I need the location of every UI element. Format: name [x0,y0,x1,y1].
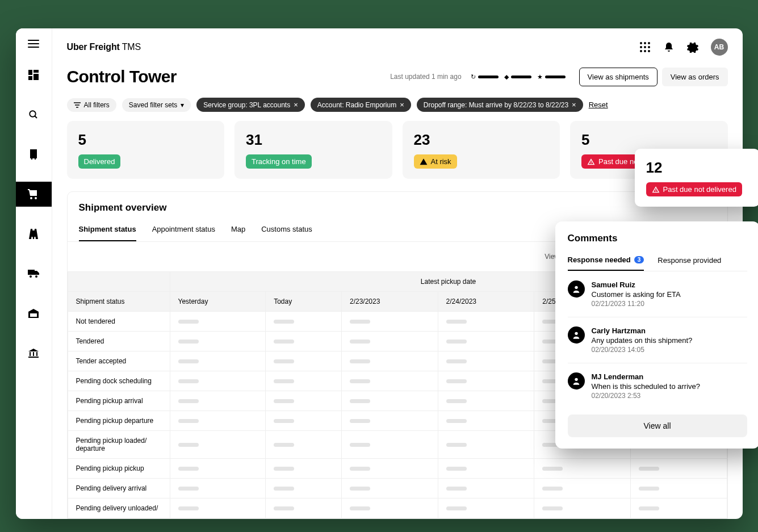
svg-point-21 [640,46,642,48]
comment-date: 02/20/2023 2:53 [592,392,700,400]
road-icon[interactable] [16,221,52,246]
avatar[interactable]: AB [711,39,728,56]
svg-rect-17 [28,357,39,358]
view-all-button[interactable]: View all [568,414,747,437]
svg-point-13 [35,275,37,278]
svg-point-25 [644,50,646,52]
stat-value: 5 [78,131,213,149]
cart-icon[interactable] [16,182,52,207]
comment-author: Carly Hartzman [592,326,693,335]
comments-title: Comments [568,233,747,244]
filter-chip[interactable]: Dropoff range: Must arrive by 8/22/23 to… [417,98,583,112]
close-icon[interactable]: × [294,100,298,109]
filter-chip[interactable]: Account: Radio Emporium× [311,98,411,112]
tab-appointment-status[interactable]: Appointment status [152,218,215,241]
comment-item[interactable]: Samuel Ruiz Customer is asking for ETA 0… [568,271,747,317]
stat-card[interactable]: 31 Tracking on time [234,121,392,179]
sidebar [16,28,52,519]
table-row-status: Not tendered [68,312,170,332]
filter-chip[interactable]: Service group: 3PL accounts× [196,98,305,112]
table-row-status: Pending pickup arrival [68,391,170,411]
comment-date: 02/21/2023 11:20 [592,300,681,308]
person-icon [568,372,585,389]
svg-point-20 [648,42,650,44]
stat-value: 12 [646,159,748,177]
tab-response-provided[interactable]: Response provided [658,250,721,271]
svg-rect-11 [28,270,35,275]
table-row-status: Pending pickup loaded/ departure [68,431,170,459]
status-badge: At risk [414,154,457,169]
saved-filter-sets-chip[interactable]: Saved filter sets▾ [122,98,191,112]
warehouse-icon[interactable] [16,301,52,326]
table-row-status: Pending pickup pickup [68,459,170,479]
page-title: Control Tower [67,67,177,86]
svg-point-4 [30,111,36,117]
close-icon[interactable]: × [400,100,404,109]
apps-icon[interactable] [639,41,651,53]
status-badge: Tracking on time [246,154,312,169]
menu-icon[interactable] [28,40,39,48]
table-row-status: Pending delivery unloaded/ [68,499,170,518]
stat-value: 23 [414,131,549,149]
svg-point-23 [648,46,650,48]
table-row-status: Tendered [68,332,170,351]
svg-rect-7 [31,158,32,160]
view-as-shipments-button[interactable]: View as shipments [579,68,658,86]
svg-point-30 [575,286,577,289]
svg-rect-2 [33,74,39,80]
table-row-status: Tender accepted [68,351,170,371]
svg-point-24 [640,50,642,52]
bank-icon[interactable] [16,341,52,366]
svg-point-26 [648,50,650,52]
svg-point-31 [575,332,577,335]
tab-shipment-status[interactable]: Shipment status [79,218,136,241]
svg-rect-1 [33,70,39,73]
close-icon[interactable]: × [572,100,576,109]
comment-date: 02/20/2023 14:05 [592,346,693,354]
svg-rect-14 [30,352,31,356]
comments-panel: Comments Response needed 3 Response prov… [555,221,759,449]
dashboard-icon[interactable] [16,62,52,87]
comment-text: Customer is asking for ETA [592,290,681,299]
svg-point-18 [640,42,642,44]
svg-rect-0 [28,70,32,75]
view-as-orders-button[interactable]: View as orders [662,68,728,86]
gear-icon[interactable] [687,41,698,53]
mini-stats: ↻ ◆ ★ [471,73,566,81]
tab-customs-status[interactable]: Customs status [261,218,312,241]
search-icon[interactable] [16,102,52,127]
comment-author: Samuel Ruiz [592,280,681,289]
svg-point-32 [575,378,577,381]
tab-response-needed[interactable]: Response needed 3 [568,250,644,271]
person-icon [568,280,585,298]
stat-card-floating[interactable]: 12 Past due not delivered [635,149,759,207]
svg-point-22 [644,46,646,48]
status-badge: Past due not delivered [646,182,742,196]
table-row-status: Pending delivery arrival [68,479,170,499]
stat-value: 5 [581,131,717,149]
stat-card[interactable]: 23 At risk [403,121,560,179]
last-updated: Last updated 1 min ago [390,73,461,81]
all-filters-chip[interactable]: All filters [67,98,116,112]
comment-text: When is this scheduled to arrive? [592,382,700,391]
person-icon [568,326,585,344]
tab-map[interactable]: Map [231,218,245,241]
comment-text: Any updates on this shipment? [592,336,693,345]
comment-item[interactable]: Carly Hartzman Any updates on this shipm… [568,317,747,363]
status-badge: Delivered [78,154,121,169]
container-icon[interactable] [16,142,52,167]
comment-item[interactable]: MJ Lenderman When is this scheduled to a… [568,363,747,409]
svg-rect-3 [28,76,32,80]
bell-icon[interactable] [663,41,675,53]
stat-value: 31 [246,131,381,149]
svg-line-5 [35,116,37,118]
svg-rect-15 [33,352,34,356]
reset-link[interactable]: Reset [589,100,608,109]
table-row-status: Pending pickup departure [68,411,170,431]
truck-icon[interactable] [16,261,52,286]
svg-point-19 [644,42,646,44]
stat-card[interactable]: 5 Delivered [67,121,225,179]
svg-rect-16 [36,352,37,356]
overview-title: Shipment overview [68,192,727,218]
table-row-status: Pending dock scheduling [68,371,170,391]
